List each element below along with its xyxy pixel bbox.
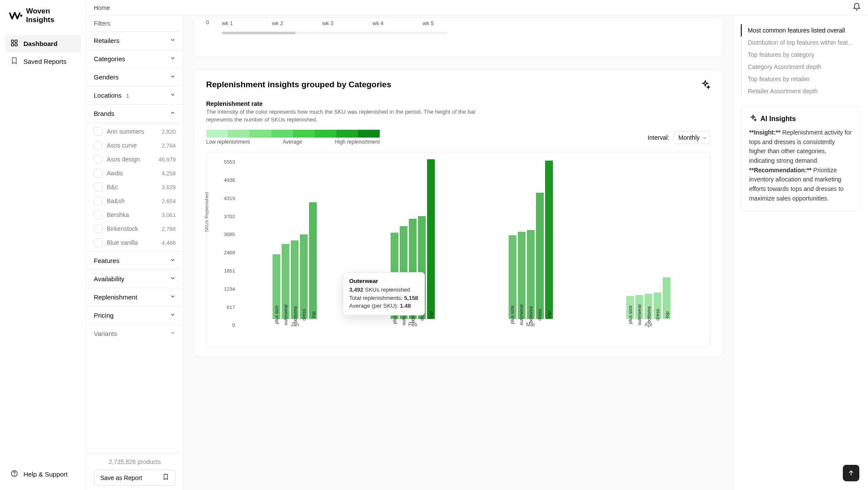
bar[interactable]: plus size bbox=[273, 254, 280, 319]
bar[interactable]: top bbox=[309, 202, 317, 319]
ai-body: **Insight:** Replenishment activity for … bbox=[749, 128, 853, 204]
bar[interactable]: plus size bbox=[509, 235, 516, 319]
filter-availability[interactable]: Availability bbox=[87, 270, 183, 288]
checkbox[interactable] bbox=[94, 183, 102, 191]
toc-item[interactable]: Retailer Assortment depth bbox=[741, 85, 861, 97]
brand-name: Asos curve bbox=[107, 142, 137, 149]
svg-point-6 bbox=[14, 475, 15, 475]
mini-tick: wk 2 bbox=[272, 20, 283, 26]
bar[interactable]: outerwear bbox=[635, 295, 643, 319]
nav-dashboard[interactable]: Dashboard bbox=[5, 35, 81, 53]
bookmark-icon bbox=[162, 474, 169, 482]
bar[interactable]: top bbox=[545, 161, 553, 319]
bar[interactable]: bottoms bbox=[527, 230, 535, 319]
brand-item[interactable]: B&c3,629 bbox=[87, 180, 183, 194]
toc-item[interactable]: Distribution of top features within feat… bbox=[741, 36, 861, 49]
brand-item[interactable]: Birkenstock2,788 bbox=[87, 222, 183, 236]
dashboard-icon bbox=[10, 39, 18, 48]
filter-variants[interactable]: Variants bbox=[87, 324, 183, 342]
toc-item[interactable]: Top features by category bbox=[741, 49, 861, 61]
bar[interactable]: outerwear bbox=[282, 244, 289, 319]
app-name: Woven Insights bbox=[26, 7, 78, 24]
toc-item[interactable]: Top features by retailer bbox=[741, 73, 861, 85]
interval-value: Monthly bbox=[678, 134, 700, 141]
filter-locations[interactable]: Locations 1 bbox=[87, 86, 183, 104]
bar-label: bottoms bbox=[528, 306, 533, 323]
filter-replenishment[interactable]: Replenishment bbox=[87, 288, 183, 306]
y-tick: 3702 bbox=[224, 214, 235, 219]
checkbox[interactable] bbox=[94, 224, 102, 233]
bar[interactable]: bottoms bbox=[644, 294, 652, 319]
bell-icon[interactable] bbox=[852, 3, 861, 13]
bar[interactable]: plus size bbox=[626, 296, 634, 319]
y-tick: 1234 bbox=[224, 286, 235, 292]
bar[interactable]: bottoms bbox=[291, 240, 299, 319]
checkbox[interactable] bbox=[94, 238, 102, 247]
brand-name: Ann summers bbox=[107, 128, 144, 135]
bar[interactable]: dress bbox=[536, 193, 544, 319]
brand-item[interactable]: Blue vanilla4,486 bbox=[87, 236, 183, 250]
save-report-button[interactable]: Save as Report bbox=[94, 470, 176, 486]
checkbox[interactable] bbox=[94, 141, 102, 150]
toc-item[interactable]: Category Assortment depth bbox=[741, 61, 861, 73]
nav-dashboard-label: Dashboard bbox=[23, 40, 57, 47]
bar[interactable]: outerwear bbox=[518, 232, 526, 319]
brand-item[interactable]: Bershka3,061 bbox=[87, 208, 183, 222]
y-tick: 617 bbox=[227, 305, 235, 310]
y-tick: 4936 bbox=[224, 178, 235, 183]
bar[interactable]: top bbox=[663, 277, 671, 319]
interval-select[interactable]: Monthly bbox=[674, 131, 710, 144]
breadcrumb-home[interactable]: Home bbox=[94, 4, 110, 11]
bar-label: dress bbox=[301, 309, 306, 321]
mini-tick: wk 5 bbox=[423, 20, 434, 26]
filter-genders[interactable]: Genders bbox=[87, 68, 183, 86]
month-group: plus sizeouterwearbottomsdresstopJan bbox=[242, 159, 348, 328]
brand-name: Birkenstock bbox=[107, 225, 138, 232]
filters-title: Filters bbox=[87, 16, 183, 31]
bar[interactable]: dress bbox=[300, 234, 308, 319]
nav-saved-reports[interactable]: Saved Reports bbox=[5, 53, 81, 70]
sparkle-icon[interactable] bbox=[700, 79, 710, 90]
mini-scrollbar[interactable] bbox=[222, 32, 447, 34]
brand-item[interactable]: Ann summers2,820 bbox=[87, 125, 183, 138]
brand-item[interactable]: Ba&sh2,654 bbox=[87, 194, 183, 208]
chevron-down-icon bbox=[170, 92, 176, 99]
mini-scroll-thumb[interactable] bbox=[222, 32, 296, 34]
brand-item[interactable]: Awdis4,258 bbox=[87, 166, 183, 180]
brand-item[interactable]: Asos design46,979 bbox=[87, 152, 183, 166]
svg-rect-1 bbox=[11, 40, 13, 42]
toc-item[interactable]: Most common features listed overall bbox=[741, 24, 861, 36]
grad-avg: Average bbox=[283, 139, 302, 145]
chevron-down-icon bbox=[170, 312, 176, 319]
month-group: plus sizeouterwearbottomsdresstopMar bbox=[478, 159, 584, 328]
checkbox[interactable] bbox=[94, 210, 102, 219]
bar-label: plus size bbox=[628, 306, 633, 324]
chevron-down-icon bbox=[170, 37, 176, 44]
filter-features[interactable]: Features bbox=[87, 251, 183, 270]
checkbox[interactable] bbox=[94, 169, 102, 178]
checkbox[interactable] bbox=[94, 127, 102, 136]
scroll-top-button[interactable] bbox=[843, 465, 859, 481]
svg-rect-2 bbox=[15, 40, 17, 42]
filter-brands[interactable]: Brands bbox=[87, 104, 183, 122]
brand-item[interactable]: Asos curve2,784 bbox=[87, 138, 183, 152]
bar[interactable]: top bbox=[427, 159, 435, 319]
filter-categories[interactable]: Categories bbox=[87, 49, 183, 68]
y-tick: 3085 bbox=[224, 232, 235, 237]
filter-retailers[interactable]: Retailers bbox=[87, 31, 183, 49]
brand-count: 46,979 bbox=[158, 156, 176, 163]
y-tick: 0 bbox=[232, 322, 235, 328]
brand-list[interactable]: Ann summers2,820Asos curve2,784Asos desi… bbox=[87, 122, 183, 251]
interval-control: Interval: Monthly bbox=[648, 131, 710, 144]
bar[interactable]: dress bbox=[654, 293, 661, 319]
svg-rect-4 bbox=[15, 44, 17, 46]
nav-help[interactable]: Help & Support bbox=[5, 465, 81, 483]
checkbox[interactable] bbox=[94, 197, 102, 205]
brand-count: 2,784 bbox=[161, 142, 176, 149]
brand-count: 4,486 bbox=[161, 240, 176, 246]
filter-pricing[interactable]: Pricing bbox=[87, 306, 183, 324]
bookmark-icon bbox=[10, 57, 18, 66]
checkbox[interactable] bbox=[94, 155, 102, 164]
brand-name: Blue vanilla bbox=[107, 239, 138, 246]
mini-tick: wk 4 bbox=[372, 20, 384, 26]
